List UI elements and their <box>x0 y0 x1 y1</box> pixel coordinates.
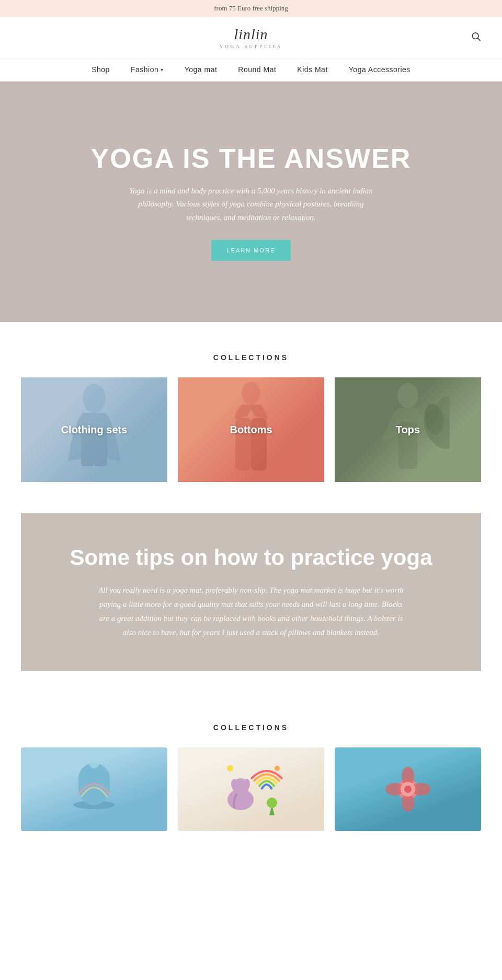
nav-fashion[interactable]: Fashion ▾ <box>131 65 164 74</box>
svg-line-1 <box>478 38 481 41</box>
svg-point-21 <box>267 798 277 808</box>
tips-section: Some tips on how to practice yoga All yo… <box>21 513 481 671</box>
kids-mat-image <box>214 753 288 826</box>
tips-body: All you really need is a yoga mat, prefe… <box>94 583 408 640</box>
nav-shop[interactable]: Shop <box>92 65 110 74</box>
tips-heading: Some tips on how to practice yoga <box>63 545 439 571</box>
collection-card-round-mat[interactable] <box>21 747 167 831</box>
collection-card-accessories[interactable] <box>335 747 481 831</box>
search-button[interactable] <box>471 31 481 44</box>
collections-section-1: COLLECTIONS Clothing sets <box>0 322 502 508</box>
svg-point-18 <box>231 779 237 789</box>
hero-description: Yoga is a mind and body practice with a … <box>120 185 382 225</box>
chevron-down-icon: ▾ <box>161 67 164 73</box>
nav-yoga-mat[interactable]: Yoga mat <box>185 65 218 74</box>
card-label-bottoms: Bottoms <box>178 377 324 482</box>
hero-section: YOGA IS THE ANSWER Yoga is a mind and bo… <box>0 82 502 322</box>
collection-card-clothing[interactable]: Clothing sets <box>21 377 167 482</box>
round-mat-image <box>68 753 120 826</box>
nav-kids-mat[interactable]: Kids Mat <box>297 65 327 74</box>
svg-point-22 <box>227 765 233 771</box>
collections-grid-1: Clothing sets Bottoms <box>21 377 481 482</box>
collection-card-bottoms[interactable]: Bottoms <box>178 377 324 482</box>
logo: linlin YOGA SUPPLIES <box>220 26 282 49</box>
card-label-tops: Tops <box>335 377 481 482</box>
header: linlin YOGA SUPPLIES <box>0 17 502 59</box>
svg-point-23 <box>275 766 280 771</box>
main-nav: Shop Fashion ▾ Yoga mat Round Mat Kids M… <box>0 59 502 82</box>
svg-point-15 <box>89 758 99 768</box>
collection-card-kids-mat[interactable] <box>178 747 324 831</box>
svg-point-0 <box>472 33 478 39</box>
svg-point-30 <box>404 786 412 793</box>
collections-title-2: COLLECTIONS <box>21 723 481 732</box>
collection-card-tops[interactable]: Tops <box>335 377 481 482</box>
nav-round-mat[interactable]: Round Mat <box>238 65 276 74</box>
logo-text: linlin <box>234 26 268 42</box>
collections-title-1: COLLECTIONS <box>21 353 481 362</box>
logo-sub: YOGA SUPPLIES <box>220 44 282 49</box>
hero-heading: YOGA IS THE ANSWER <box>91 143 412 174</box>
top-banner: from 75 Euro free shipping <box>0 0 502 17</box>
hero-learn-more-button[interactable]: LEARN MORE <box>211 240 291 261</box>
search-icon <box>471 31 481 42</box>
accessories-image <box>382 763 434 815</box>
card-label-clothing: Clothing sets <box>21 377 167 482</box>
banner-text: from 75 Euro free shipping <box>214 4 288 12</box>
nav-yoga-accessories[interactable]: Yoga Accessories <box>349 65 410 74</box>
collections-grid-2 <box>21 747 481 831</box>
svg-point-19 <box>244 779 250 789</box>
collections-section-2: COLLECTIONS <box>0 697 502 852</box>
